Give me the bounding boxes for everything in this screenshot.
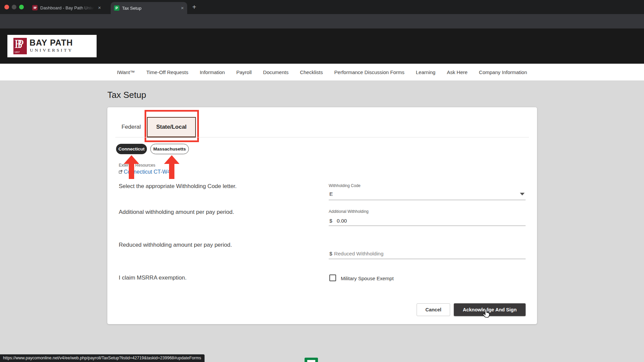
site-header: BP 1897 BAY PATH UNIVERSITY IWant™ 1 ? (0, 28, 644, 64)
status-url-tooltip: https://www.paycomonline.net/v4/ee/web.p… (0, 354, 205, 362)
main-navigation: IWant™ Time-Off Requests Information Pay… (0, 64, 644, 80)
field-underline (329, 259, 526, 259)
window-controls[interactable] (4, 5, 24, 9)
field-value: E (329, 191, 333, 197)
checkbox-label: Military Spouse Exempt (341, 276, 394, 281)
paycom-logo-peek-icon (305, 358, 318, 362)
tabs-divider (115, 137, 529, 137)
browser-toolbar: ← → paycomonline.net/v4/ee/web.php/payro… (0, 14, 644, 28)
baypath-favicon-icon: BP (32, 5, 38, 10)
page-title: Tax Setup (107, 90, 146, 100)
nav-item-company-information[interactable]: Company Information (479, 69, 527, 75)
nav-item-iwant[interactable]: IWant™ (117, 69, 135, 75)
state-pill-connecticut[interactable]: Connecticut (116, 144, 147, 154)
new-tab-button[interactable]: + (190, 3, 199, 12)
nav-item-documents[interactable]: Documents (263, 69, 288, 75)
question-withholding-code: Select the appropriate Withholding Code … (119, 183, 307, 190)
nav-item-payroll[interactable]: Payroll (236, 69, 252, 75)
browser-tab-dashboard[interactable]: BP Dashboard - Bay Path Univers × (29, 3, 104, 13)
logo-line1: BAY PATH (30, 38, 73, 48)
annotation-arrow-connecticut (123, 155, 140, 179)
close-tab-icon[interactable]: × (96, 5, 104, 11)
browser-tab-strip: BP Dashboard - Bay Path Univers × P Tax … (0, 0, 644, 14)
baypath-monogram-icon: BP 1897 (13, 38, 27, 54)
nav-item-time-off-requests[interactable]: Time-Off Requests (146, 69, 188, 75)
military-spouse-exempt-checkbox[interactable] (329, 275, 336, 281)
nav-item-ask-here[interactable]: Ask Here (447, 69, 468, 75)
zoom-window-button[interactable] (19, 5, 24, 9)
question-reduced-withholding: Reduced withholding amount per pay perio… (119, 242, 307, 248)
question-msrra-exemption: I claim MSRRA exemption. (119, 275, 307, 281)
baypath-logo[interactable]: BP 1897 BAY PATH UNIVERSITY (7, 35, 97, 57)
cursor-pointer (482, 309, 491, 319)
nav-item-learning[interactable]: Learning (416, 69, 435, 75)
field-underline (329, 226, 526, 226)
field-underline (329, 200, 526, 200)
cancel-button[interactable]: Cancel (417, 303, 450, 316)
screen: BP Dashboard - Bay Path Univers × P Tax … (0, 0, 644, 362)
field-label: Additional Withholding (329, 209, 369, 214)
logo-line2: UNIVERSITY (30, 48, 73, 53)
chevron-down-icon[interactable] (520, 193, 525, 195)
state-pill-massachusetts[interactable]: Massachusetts (150, 144, 189, 154)
currency-prefix: $ (329, 251, 332, 257)
nav-item-performance-discussion-forms[interactable]: Performance Discussion Forms (334, 69, 405, 75)
external-link-icon (119, 170, 122, 174)
browser-tab-tax-setup[interactable]: P Tax Setup × (111, 2, 187, 14)
nav-item-checklists[interactable]: Checklists (300, 69, 323, 75)
currency-prefix: $ (329, 218, 332, 224)
tab-title: Tax Setup (122, 6, 179, 11)
close-tab-icon[interactable]: × (179, 5, 187, 11)
field-value: 0.00 (337, 218, 347, 224)
tab-federal[interactable]: Federal (115, 117, 147, 137)
close-window-button[interactable] (4, 5, 9, 9)
annotation-arrow-massachusetts (163, 155, 180, 179)
paycom-favicon-icon: P (114, 5, 119, 11)
field-placeholder: Reduced Withholding (334, 251, 383, 257)
field-label: Withholding Code (329, 183, 361, 188)
nav-item-information[interactable]: Information (200, 69, 225, 75)
minimize-window-button[interactable] (12, 5, 16, 9)
tab-title: Dashboard - Bay Path Univers (40, 5, 96, 10)
question-additional-withholding: Additional withholding amount per pay pe… (119, 209, 307, 216)
tax-setup-card: Federal State/Local Connecticut Massachu… (107, 107, 537, 324)
